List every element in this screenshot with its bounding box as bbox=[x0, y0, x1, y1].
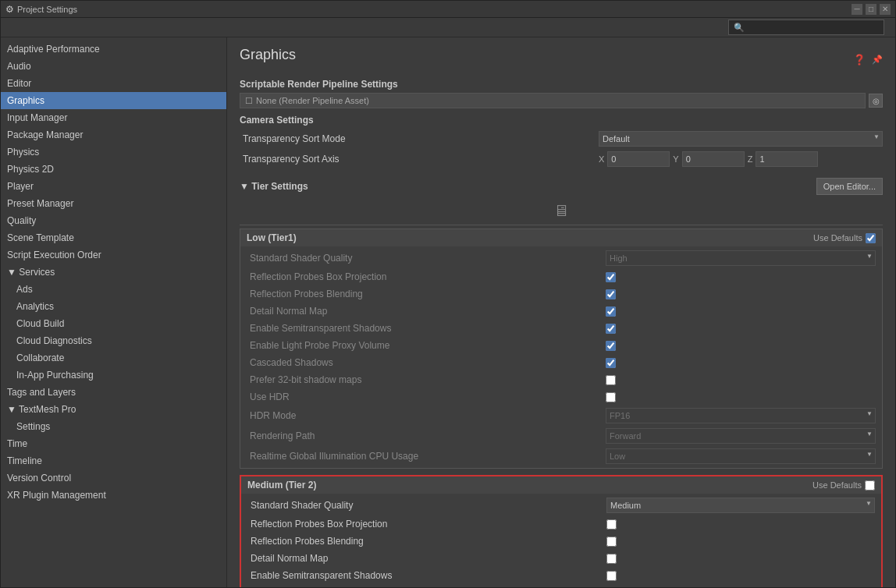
medium-reflection-box-checkbox[interactable] bbox=[606, 519, 617, 530]
low-use-defaults-checkbox[interactable] bbox=[866, 233, 876, 243]
sidebar-item-package-manager[interactable]: Package Manager bbox=[1, 126, 226, 143]
asset-field-row: ☐ None (Render Pipeline Asset) ◎ bbox=[240, 93, 883, 108]
medium-semitransparent-shadows-checkbox[interactable] bbox=[606, 571, 617, 581]
low-prefer-32bit-checkbox[interactable] bbox=[606, 375, 616, 385]
close-button[interactable]: ✕ bbox=[880, 4, 891, 15]
medium-reflection-box-row: Reflection Probes Box Projection bbox=[247, 515, 875, 533]
camera-settings-section: Camera Settings Transparency Sort Mode D… bbox=[240, 115, 883, 169]
sidebar-item-analytics[interactable]: Analytics bbox=[1, 298, 226, 315]
low-detail-normal-label: Detail Normal Map bbox=[247, 306, 606, 317]
low-rendering-path-dropdown[interactable]: Forward bbox=[606, 428, 876, 444]
low-cascaded-shadows-label: Cascaded Shadows bbox=[247, 357, 606, 368]
sidebar-item-input-manager[interactable]: Input Manager bbox=[1, 109, 226, 126]
asset-field: ☐ None (Render Pipeline Asset) bbox=[240, 93, 866, 108]
low-hdr-mode-dropdown[interactable]: FP16 bbox=[606, 408, 876, 423]
sidebar-item-adaptive-performance[interactable]: Adaptive Performance bbox=[1, 41, 226, 58]
transparency-sort-mode-dropdown[interactable]: Default bbox=[599, 131, 883, 147]
low-shader-quality-dropdown[interactable]: High bbox=[606, 250, 876, 266]
sidebar-item-graphics[interactable]: Graphics bbox=[1, 92, 226, 109]
low-detail-normal-checkbox[interactable] bbox=[606, 306, 616, 317]
medium-shader-quality-dropdown-wrapper: Medium Low High bbox=[606, 498, 875, 513]
axis-x-input[interactable] bbox=[607, 151, 670, 167]
sidebar-item-quality[interactable]: Quality bbox=[1, 212, 226, 229]
minimize-button[interactable]: ─ bbox=[852, 4, 862, 15]
sidebar-item-preset-manager[interactable]: Preset Manager bbox=[1, 195, 226, 212]
sidebar-item-ads[interactable]: Ads bbox=[1, 281, 226, 298]
sidebar-item-player[interactable]: Player bbox=[1, 178, 226, 195]
medium-use-defaults-checkbox[interactable] bbox=[865, 480, 875, 491]
monitor-icon: 🖥 bbox=[553, 202, 569, 220]
panel-header-icons: ❓ 📌 bbox=[853, 54, 883, 66]
sidebar-item-textmesh-pro-toggle[interactable]: ▼ TextMesh Pro bbox=[1, 401, 226, 418]
axis-z-input[interactable] bbox=[756, 151, 818, 167]
right-panel: Graphics ❓ 📌 Scriptable Render Pipeline … bbox=[227, 37, 895, 587]
sidebar-item-timeline[interactable]: Timeline bbox=[1, 452, 226, 469]
sidebar-item-cloud-diagnostics[interactable]: Cloud Diagnostics bbox=[1, 332, 226, 349]
low-realtime-gi-dropdown-wrapper: Low bbox=[606, 448, 876, 464]
sidebar-item-physics[interactable]: Physics bbox=[1, 143, 226, 161]
low-cascaded-shadows-value bbox=[606, 358, 876, 368]
low-rendering-path-row: Rendering Path Forward bbox=[247, 426, 876, 446]
low-reflection-box-value bbox=[606, 272, 876, 282]
main-content: Adaptive Performance Audio Editor Graphi… bbox=[1, 37, 895, 587]
axis-y-input[interactable] bbox=[682, 151, 745, 167]
low-detail-normal-value bbox=[606, 306, 876, 317]
low-hdr-mode-label: HDR Mode bbox=[247, 410, 606, 421]
sidebar-item-script-execution-order[interactable]: Script Execution Order bbox=[1, 246, 226, 264]
medium-standard-shader-quality-row: Standard Shader Quality Medium Low High bbox=[247, 495, 875, 515]
low-semitransparent-shadows-value bbox=[606, 324, 876, 334]
sidebar-item-editor[interactable]: Editor bbox=[1, 75, 226, 92]
medium-semitransparent-shadows-label: Enable Semitransparent Shadows bbox=[247, 570, 606, 581]
project-settings-window: ⚙ Project Settings ─ □ ✕ Adaptive Perfor… bbox=[0, 0, 896, 588]
sidebar-item-textmesh-settings[interactable]: Settings bbox=[1, 418, 226, 435]
low-realtime-gi-dropdown[interactable]: Low bbox=[606, 448, 876, 464]
open-editor-button[interactable]: Open Editor... bbox=[816, 178, 883, 195]
low-prefer-32bit-value bbox=[606, 375, 876, 385]
low-reflection-blending-checkbox[interactable] bbox=[606, 289, 616, 299]
help-icon[interactable]: ❓ bbox=[853, 54, 866, 66]
search-input[interactable] bbox=[728, 19, 884, 35]
low-standard-shader-quality-row: Standard Shader Quality High bbox=[247, 248, 876, 268]
sidebar-item-cloud-build[interactable]: Cloud Build bbox=[1, 315, 226, 332]
sidebar-item-collaborate[interactable]: Collaborate bbox=[1, 349, 226, 367]
low-semitransparent-shadows-checkbox[interactable] bbox=[606, 324, 616, 334]
low-reflection-box-checkbox[interactable] bbox=[606, 272, 616, 282]
medium-reflection-box-value bbox=[606, 519, 875, 530]
low-use-defaults-label: Use Defaults bbox=[813, 233, 862, 243]
medium-detail-normal-checkbox[interactable] bbox=[606, 554, 617, 564]
sidebar-item-version-control[interactable]: Version Control bbox=[1, 469, 226, 487]
sidebar-item-time[interactable]: Time bbox=[1, 435, 226, 452]
title-bar-controls: ─ □ ✕ bbox=[852, 4, 891, 15]
sidebar-item-tags-and-layers[interactable]: Tags and Layers bbox=[1, 384, 226, 401]
sidebar-item-xr-plugin[interactable]: XR Plugin Management bbox=[1, 487, 226, 504]
sidebar-item-services-toggle[interactable]: ▼ Services bbox=[1, 264, 226, 281]
axis-x-label: X bbox=[599, 154, 604, 164]
asset-value: None (Render Pipeline Asset) bbox=[256, 96, 369, 105]
low-tier-rows: Standard Shader Quality High Reflectio bbox=[240, 246, 882, 468]
low-semitransparent-shadows-label: Enable Semitransparent Shadows bbox=[247, 323, 606, 334]
maximize-button[interactable]: □ bbox=[866, 4, 876, 15]
low-cascaded-shadows-checkbox[interactable] bbox=[606, 358, 616, 368]
low-tier-header: Low (Tier1) Use Defaults bbox=[240, 229, 882, 246]
sidebar-item-audio[interactable]: Audio bbox=[1, 58, 226, 75]
low-use-hdr-checkbox[interactable] bbox=[606, 392, 616, 402]
scriptable-render-header: Scriptable Render Pipeline Settings bbox=[240, 79, 883, 90]
pin-icon[interactable]: 📌 bbox=[872, 55, 883, 65]
medium-shader-quality-dropdown[interactable]: Medium Low High bbox=[606, 498, 875, 513]
asset-select-button[interactable]: ◎ bbox=[869, 94, 883, 108]
medium-reflection-blending-checkbox[interactable] bbox=[606, 537, 617, 547]
low-shader-quality-dropdown-wrapper: High bbox=[606, 250, 876, 266]
medium-semitransparent-shadows-row: Enable Semitransparent Shadows bbox=[247, 567, 875, 584]
low-hdr-mode-value: FP16 bbox=[606, 408, 876, 423]
sidebar-item-scene-template[interactable]: Scene Template bbox=[1, 229, 226, 246]
medium-detail-normal-value bbox=[606, 554, 875, 564]
medium-standard-shader-quality-label: Standard Shader Quality bbox=[247, 500, 606, 511]
title-bar: ⚙ Project Settings ─ □ ✕ bbox=[1, 1, 895, 18]
low-rendering-path-label: Rendering Path bbox=[247, 430, 606, 441]
medium-standard-shader-quality-value: Medium Low High bbox=[606, 498, 875, 513]
low-realtime-gi-label: Realtime Global Illumination CPU Usage bbox=[247, 451, 606, 462]
medium-use-defaults-label: Use Defaults bbox=[812, 480, 862, 490]
low-light-probe-checkbox[interactable] bbox=[606, 341, 616, 351]
sidebar-item-in-app-purchasing[interactable]: In-App Purchasing bbox=[1, 367, 226, 384]
sidebar-item-physics-2d[interactable]: Physics 2D bbox=[1, 161, 226, 178]
